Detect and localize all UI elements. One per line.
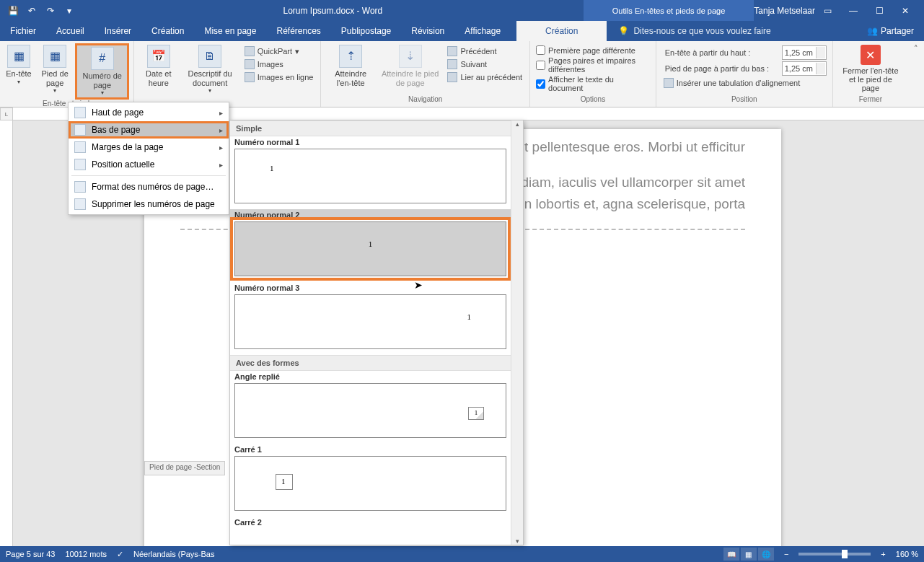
undo-icon[interactable]: ↶ — [23, 2, 40, 19]
page-number-button[interactable]: # Numéro de page▾ — [75, 43, 129, 100]
footer-button[interactable]: ▦ Pied de page▾ — [35, 43, 75, 95]
menu-bottom-of-page[interactable]: Bas de page — [69, 121, 229, 139]
online-images-button[interactable]: Images en ligne — [242, 71, 317, 84]
close-header-footer-button[interactable]: ✕ Fermer l'en-tête et le pied de page — [837, 43, 904, 94]
previous-button[interactable]: Précédent — [444, 45, 525, 58]
page-count[interactable]: Page 5 sur 43 — [6, 550, 56, 558]
word-count[interactable]: 10012 mots — [66, 550, 107, 558]
contextual-tools-label: Outils En-têtes et pieds de page — [584, 0, 754, 21]
menu-top-of-page[interactable]: Haut de page — [69, 104, 229, 121]
insert-align-tab-button[interactable]: Insérer une tabulation d'alignement — [661, 76, 828, 89]
diff-first-page-checkbox[interactable]: Première page différente — [534, 45, 651, 56]
diff-odd-even-label: Pages paires et impaires différentes — [548, 56, 650, 74]
header-value: 1,25 cm — [785, 48, 813, 57]
tab-review[interactable]: Révision — [401, 21, 454, 41]
doc-info-button[interactable]: 🗎 Descriptif du document▾ — [178, 43, 241, 95]
show-doc-text-checkbox[interactable]: Afficher le texte du document — [534, 74, 651, 93]
footer-label: Pied de page — [38, 69, 72, 87]
tab-references[interactable]: Références — [266, 21, 330, 41]
collapse-ribbon-icon[interactable]: ˄ — [914, 44, 918, 53]
previous-label: Précédent — [460, 47, 496, 56]
tab-insert[interactable]: Insérer — [94, 21, 141, 41]
online-images-icon — [245, 72, 255, 82]
ribbon-display-icon[interactable]: ▭ — [824, 6, 832, 16]
preview-number: 1 — [369, 240, 373, 248]
tell-me-search[interactable]: 💡 Dites-nous ce que vous voulez faire — [607, 21, 857, 41]
diff-first-label: Première page différente — [548, 46, 635, 55]
header-from-top-label: En-tête à partir du haut : — [665, 48, 779, 57]
header-label: En-tête — [6, 69, 31, 79]
redo-icon[interactable]: ↷ — [42, 2, 59, 19]
goto-header-button[interactable]: ⇡ Atteindre l'en-tête — [325, 43, 375, 89]
share-button[interactable]: 👥 Partager — [857, 21, 924, 41]
minimize-icon[interactable]: — — [840, 0, 866, 21]
current-position-icon — [74, 159, 86, 170]
qat-customize-icon[interactable]: ▾ — [61, 2, 78, 19]
vertical-ruler[interactable] — [0, 120, 13, 546]
goto-header-label: Atteindre l'en-tête — [328, 69, 372, 87]
zoom-out-icon[interactable]: − — [784, 550, 788, 558]
menu-remove-numbers[interactable]: Supprimer les numéros de page — [69, 196, 229, 213]
page-number-dropdown: Haut de page Bas de page Marges de la pa… — [68, 102, 229, 215]
gallery-category-simple: Simple — [230, 120, 511, 136]
diff-odd-even-checkbox[interactable]: Pages paires et impaires différentes — [534, 56, 651, 74]
language-status[interactable]: Néerlandais (Pays-Bas — [133, 550, 215, 558]
tab-mailings[interactable]: Publipostage — [331, 21, 401, 41]
gallery-item-angle-label: Angle replié — [230, 371, 511, 381]
header-button[interactable]: ▦ En-tête▾ — [3, 43, 35, 87]
gallery-category-shapes: Avec des formes — [230, 355, 511, 371]
gallery-item-normal2[interactable]: 1 — [234, 221, 506, 276]
close-x-icon: ✕ — [861, 45, 881, 65]
quickpart-button[interactable]: QuickPart ▾ — [242, 45, 317, 58]
date-time-button[interactable]: 📅 Date et heure — [138, 43, 178, 89]
doc-info-icon: 🗎 — [198, 45, 221, 68]
link-previous-button[interactable]: Lier au précédent — [444, 71, 525, 84]
date-time-label: Date et heure — [141, 69, 175, 87]
menu-page-margins[interactable]: Marges de la page — [69, 139, 229, 156]
gallery-item-carre1[interactable]: 1 — [234, 456, 506, 511]
gallery-item-normal1[interactable]: 1 — [234, 149, 506, 203]
page-number-label: Numéro de page — [80, 71, 124, 89]
goto-footer-icon: ⇣ — [399, 45, 422, 68]
menu-format-numbers[interactable]: Format des numéros de page… — [69, 178, 229, 196]
web-layout-icon[interactable]: 🌐 — [758, 548, 774, 561]
maximize-icon[interactable]: ☐ — [866, 0, 892, 21]
link-previous-label: Lier au précédent — [460, 73, 522, 82]
images-button[interactable]: Images — [242, 58, 317, 71]
gallery-item-angle[interactable] — [234, 383, 506, 438]
images-icon — [245, 59, 255, 69]
page-number-gallery: Simple Numéro normal 1 1 Numéro normal 2… — [229, 120, 524, 545]
tab-design[interactable]: Création — [141, 21, 194, 41]
header-icon: ▦ — [7, 45, 30, 68]
tab-home[interactable]: Accueil — [46, 21, 94, 41]
images-label: Images — [258, 60, 283, 69]
footer-from-bottom-spinner[interactable]: 1,25 cm — [782, 61, 827, 76]
gallery-scrollbar[interactable] — [511, 120, 523, 545]
read-mode-icon[interactable]: 📖 — [723, 548, 739, 561]
gallery-item-normal3[interactable]: 1 — [234, 294, 506, 349]
insert-tab-label: Insérer une tabulation d'alignement — [677, 79, 801, 87]
user-name: Tanja Metselaar — [754, 6, 815, 16]
print-layout-icon[interactable]: ▦ — [741, 548, 757, 561]
zoom-in-icon[interactable]: + — [881, 550, 885, 558]
format-numbers-label: Format des numéros de page… — [92, 182, 214, 192]
bottom-of-page-label: Bas de page — [92, 125, 140, 135]
goto-footer-button[interactable]: ⇣ Atteindre le pied de page — [376, 43, 445, 89]
tab-file[interactable]: Fichier — [0, 21, 46, 41]
tab-context-creation[interactable]: Création — [516, 21, 607, 41]
spellcheck-icon[interactable]: ✓ — [117, 550, 123, 559]
header-from-top-spinner[interactable]: 1,25 cm — [782, 45, 827, 60]
close-icon[interactable]: ✕ — [892, 0, 918, 21]
menu-current-position[interactable]: Position actuelle — [69, 156, 229, 173]
zoom-level[interactable]: 160 % — [896, 550, 918, 558]
page-margins-label: Marges de la page — [92, 142, 163, 152]
footer-section-tag: Pied de page -Section — [144, 461, 225, 475]
menu-separator — [71, 175, 226, 176]
tab-view[interactable]: Affichage — [454, 21, 511, 41]
zoom-slider[interactable] — [798, 553, 871, 556]
tell-me-placeholder: Dites-nous ce que vous voulez faire — [633, 26, 770, 36]
current-position-label: Position actuelle — [92, 159, 154, 170]
save-icon[interactable]: 💾 — [4, 2, 22, 19]
next-button[interactable]: Suivant — [444, 58, 525, 71]
tab-layout[interactable]: Mise en page — [194, 21, 266, 41]
